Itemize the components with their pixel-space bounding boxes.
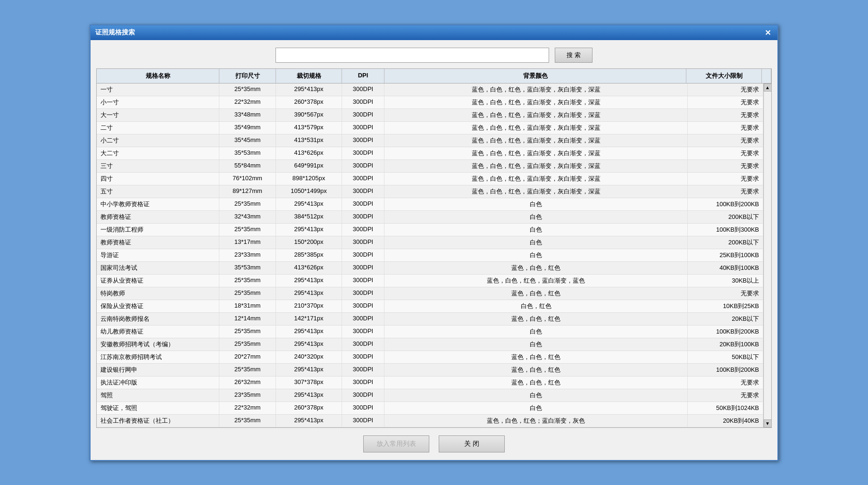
- results-table: 规格名称 打印尺寸 裁切规格 DPI 背景颜色 文件大小限制 一寸25*35mm…: [96, 68, 772, 428]
- cell-col-dpi: 300DPI: [342, 313, 384, 325]
- cell-col-crop: 649*991px: [276, 160, 342, 172]
- table-row[interactable]: 教师资格证32*43mm384*512px300DPI白色200KB以下: [97, 211, 763, 224]
- table-row[interactable]: 中小学教师资格证25*35mm295*413px300DPI白色100KB到20…: [97, 198, 763, 211]
- cell-col-size: 100KB到300KB: [688, 224, 763, 236]
- cell-col-bg: 白色: [384, 211, 688, 223]
- cell-col-size: 200KB以下: [688, 211, 763, 223]
- table-row[interactable]: 国家司法考试35*53mm413*626px300DPI蓝色，白色，红色40KB…: [97, 262, 763, 275]
- cell-col-dpi: 300DPI: [342, 173, 384, 185]
- search-bar: 搜 索: [91, 40, 777, 68]
- cell-col-crop: 295*413px: [276, 275, 342, 287]
- cell-col-dpi: 300DPI: [342, 402, 384, 414]
- table-row[interactable]: 一寸25*35mm295*413px300DPI蓝色，白色，红色，蓝白渐变，灰白…: [97, 84, 763, 96]
- cell-col-dpi: 300DPI: [342, 338, 384, 351]
- table-row[interactable]: 导游证23*33mm285*385px300DPI白色25KB到100KB: [97, 249, 763, 262]
- cell-col-dpi: 300DPI: [342, 389, 384, 401]
- cell-col-name: 教师资格证: [97, 236, 219, 249]
- table-row[interactable]: 小一寸22*32mm260*378px300DPI蓝色，白色，红色，蓝白渐变，灰…: [97, 96, 763, 109]
- cell-col-dpi: 300DPI: [342, 287, 384, 300]
- table-row[interactable]: 二寸35*49mm413*579px300DPI蓝色，白色，红色，蓝白渐变，灰白…: [97, 122, 763, 134]
- cell-col-print: 12*14mm: [219, 313, 276, 325]
- scroll-up-btn[interactable]: ▲: [764, 84, 772, 92]
- cell-col-bg: 蓝色，白色，红色，蓝白渐变，灰白渐变，深蓝: [384, 109, 688, 121]
- table-row[interactable]: 小二寸35*45mm413*531px300DPI蓝色，白色，红色，蓝白渐变，灰…: [97, 134, 763, 147]
- table-row[interactable]: 驾照23*35mm295*413px300DPI白色无要求: [97, 389, 763, 402]
- cell-col-crop: 413*531px: [276, 134, 342, 147]
- cell-col-size: 100KB到200KB: [688, 326, 763, 338]
- cell-col-print: 23*35mm: [219, 389, 276, 401]
- table-row[interactable]: 三寸55*84mm649*991px300DPI蓝色，白色，红色，蓝白渐变，灰白…: [97, 160, 763, 173]
- table-row[interactable]: 幼儿教师资格证25*35mm295*413px300DPI白色100KB到200…: [97, 326, 763, 338]
- cell-col-size: 无要求: [688, 376, 763, 389]
- scrollbar[interactable]: ▲ ▼: [763, 84, 771, 427]
- cell-col-crop: 413*626px: [276, 147, 342, 159]
- cell-col-bg: 白色: [384, 249, 688, 261]
- cell-col-crop: 295*413px: [276, 224, 342, 236]
- cell-col-name: 证券从业资格证: [97, 275, 219, 287]
- footer: 放入常用列表 关 闭: [91, 428, 777, 460]
- cell-col-dpi: 300DPI: [342, 236, 384, 249]
- cell-col-crop: 285*385px: [276, 249, 342, 261]
- cell-col-crop: 260*378px: [276, 96, 342, 109]
- cell-col-dpi: 300DPI: [342, 300, 384, 312]
- table-row[interactable]: 江苏南京教师招聘考试20*27mm240*320px300DPI蓝色，白色，红色…: [97, 351, 763, 364]
- table-row[interactable]: 社会工作者资格证（社工）25*35mm295*413px300DPI蓝色，白色，…: [97, 415, 763, 427]
- cell-col-print: 13*17mm: [219, 236, 276, 249]
- table-row[interactable]: 云南特岗教师报名12*14mm142*171px300DPI蓝色，白色，红色20…: [97, 313, 763, 326]
- cell-col-bg: 白色: [384, 198, 688, 210]
- cell-col-bg: 白色: [384, 402, 688, 414]
- cell-col-crop: 390*567px: [276, 109, 342, 121]
- add-to-list-button[interactable]: 放入常用列表: [363, 435, 429, 452]
- cell-col-name: 大二寸: [97, 147, 219, 159]
- cell-col-crop: 307*378px: [276, 376, 342, 389]
- table-row[interactable]: 特岗教师25*35mm295*413px300DPI蓝色，白色，红色无要求: [97, 287, 763, 300]
- cell-col-name: 导游证: [97, 249, 219, 261]
- table-row[interactable]: 大二寸35*53mm413*626px300DPI蓝色，白色，红色，蓝白渐变，灰…: [97, 147, 763, 160]
- cell-col-crop: 240*320px: [276, 351, 342, 363]
- close-icon[interactable]: ✕: [763, 28, 773, 37]
- table-scroll[interactable]: 一寸25*35mm295*413px300DPI蓝色，白色，红色，蓝白渐变，灰白…: [97, 84, 763, 427]
- table-header: 规格名称 打印尺寸 裁切规格 DPI 背景颜色 文件大小限制: [97, 69, 771, 84]
- table-row[interactable]: 保险从业资格证18*31mm210*370px300DPI白色，红色10KB到2…: [97, 300, 763, 313]
- cell-col-size: 200KB以下: [688, 236, 763, 249]
- cell-col-bg: 白色: [384, 236, 688, 249]
- table-row[interactable]: 证券从业资格证25*35mm295*413px300DPI蓝色，白色，红色，蓝白…: [97, 275, 763, 287]
- cell-col-bg: 蓝色，白色，红色，蓝白渐变，灰白渐变，深蓝: [384, 147, 688, 159]
- cell-col-bg: 白色: [384, 338, 688, 351]
- table-row[interactable]: 建设银行网申25*35mm295*413px300DPI蓝色，白色，红色100K…: [97, 364, 763, 376]
- cell-col-name: 三寸: [97, 160, 219, 172]
- scroll-track: [764, 92, 771, 419]
- table-row[interactable]: 驾驶证，驾照22*32mm260*378px300DPI白色50KB到1024K…: [97, 402, 763, 415]
- table-row[interactable]: 一级消防工程师25*35mm295*413px300DPI白色100KB到300…: [97, 224, 763, 236]
- cell-col-print: 18*31mm: [219, 300, 276, 312]
- table-row[interactable]: 安徽教师招聘考试（考编）25*35mm295*413px300DPI白色20KB…: [97, 338, 763, 351]
- cell-col-size: 无要求: [688, 84, 763, 96]
- cell-col-bg: 蓝色，白色，红色: [384, 313, 688, 325]
- table-row[interactable]: 执法证冲印版26*32mm307*378px300DPI蓝色，白色，红色无要求: [97, 376, 763, 389]
- table-row[interactable]: 大一寸33*48mm390*567px300DPI蓝色，白色，红色，蓝白渐变，灰…: [97, 109, 763, 122]
- cell-col-crop: 150*200px: [276, 236, 342, 249]
- cell-col-name: 教师资格证: [97, 211, 219, 223]
- cell-col-size: 30KB以上: [688, 275, 763, 287]
- close-button[interactable]: 关 闭: [439, 435, 505, 452]
- table-row[interactable]: 四寸76*102mm898*1205px300DPI蓝色，白色，红色，蓝白渐变，…: [97, 173, 763, 185]
- cell-col-size: 20KB到40KB: [688, 415, 763, 427]
- table-row[interactable]: 教师资格证13*17mm150*200px300DPI白色200KB以下: [97, 236, 763, 249]
- table-row[interactable]: 五寸89*127mm1050*1499px300DPI蓝色，白色，红色，蓝白渐变…: [97, 185, 763, 198]
- cell-col-size: 无要求: [688, 389, 763, 401]
- cell-col-bg: 蓝色，白色，红色，蓝白渐变，灰白渐变，深蓝: [384, 134, 688, 147]
- cell-col-crop: 295*413px: [276, 287, 342, 300]
- cell-col-dpi: 300DPI: [342, 185, 384, 198]
- cell-col-size: 10KB到25KB: [688, 300, 763, 312]
- scroll-down-btn[interactable]: ▼: [764, 419, 772, 427]
- search-button[interactable]: 搜 索: [555, 48, 593, 63]
- cell-col-print: 25*35mm: [219, 338, 276, 351]
- cell-col-name: 中小学教师资格证: [97, 198, 219, 210]
- cell-col-print: 25*35mm: [219, 198, 276, 210]
- cell-col-dpi: 300DPI: [342, 211, 384, 223]
- cell-col-crop: 295*413px: [276, 364, 342, 376]
- cell-col-bg: 蓝色，白色，红色，蓝白渐变，灰白渐变，深蓝: [384, 122, 688, 134]
- search-input[interactable]: [275, 48, 549, 63]
- cell-col-dpi: 300DPI: [342, 262, 384, 274]
- cell-col-print: 35*53mm: [219, 262, 276, 274]
